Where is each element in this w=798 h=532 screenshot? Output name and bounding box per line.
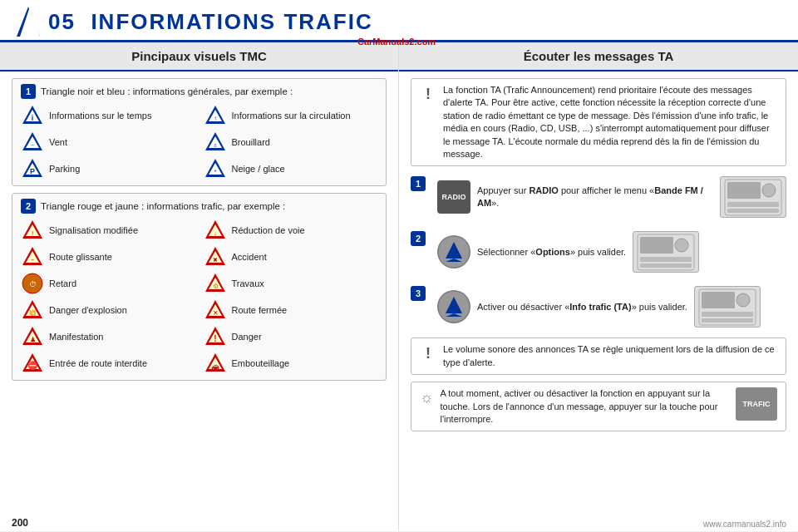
sign-label: Parking [49,164,80,174]
step-3-row: 3 Activer ou désactiver «Info trafi [411,283,786,331]
step-2-row: 2 Sélectionner «Options» puis valid [411,228,786,276]
svg-text:P: P [30,167,35,175]
sign-danger: ! Danger [204,325,378,348]
sign-icon-entree-interdite: ⛔ [21,352,44,375]
step-1-device [720,176,786,218]
sign-travaux: ⚙ Travaux [204,272,378,295]
sign-icon-info-circulation: ↑ [204,104,227,127]
main-content: Pincipaux visuels TMC 1 Triangle noir et… [0,42,798,531]
svg-text:⚙: ⚙ [212,283,218,290]
step-3-num: 3 [411,286,426,301]
step-3-text: Activer ou désactiver «Info trafic (TA)»… [477,301,687,313]
sign-label: Route fermée [232,305,288,315]
svg-text:💥: 💥 [28,308,37,317]
right-panel: Écouter les messages TA ! La fonction TA… [399,42,798,531]
step-1-text: Appuyer sur RADIO pour afficher le menu … [477,185,713,210]
svg-rect-70 [702,292,735,308]
sign-icon-parking: P [21,157,44,180]
sign-label: Accident [232,252,267,262]
step-1-row: 1 RADIO Appuyer sur RADIO pour afficher … [411,173,786,221]
sign-icon-danger: ! [204,325,227,348]
svg-text:↓: ↓ [214,230,217,236]
section-1-header: 1 Triangle noir et bleu : informations g… [21,84,377,99]
sign-label: Signalisation modifiée [49,225,138,235]
svg-text:↑: ↑ [214,115,217,122]
sign-vent: ~ Vent [21,131,195,154]
sign-danger-explosion: 💥 Danger d'explosion [21,298,195,322]
step-1-inner: RADIO Appuyer sur RADIO pour afficher le… [437,176,786,218]
section-1-box: 1 Triangle noir et bleu : informations g… [12,78,387,186]
sign-label: Informations sur le temps [49,111,152,121]
sign-reduction: ↓ Réduction de voie [204,219,378,242]
sign-label: Route glissante [49,252,112,262]
step-2-num: 2 [411,231,426,246]
page-title: 05 INFORMATIONS TRAFIC [48,9,373,35]
sign-icon-accident: ✖ [204,245,227,268]
arrow-up-icon [437,235,470,268]
sign-icon-vent: ~ [21,131,44,154]
alert-text-1: La fonction TA (Trafic Announcement) ren… [443,84,777,160]
svg-point-63 [675,239,688,252]
right-panel-content: ! La fonction TA (Trafic Announcement) r… [399,71,798,445]
svg-rect-73 [702,318,753,323]
sign-info-circulation: ↑ Informations sur la circulation [204,104,378,127]
step-2-section: 2 Sélectionner «Options» puis valid [411,228,786,276]
sign-icon-travaux: ⚙ [204,272,227,295]
watermark: CarManuals2.com [357,37,436,47]
sign-label: Réduction de voie [232,225,305,235]
svg-text:i: i [32,114,34,122]
sign-icon-route-fermee: ✕ [204,298,227,322]
svg-rect-65 [640,264,692,268]
svg-point-71 [736,293,750,307]
step-3-device [694,286,761,328]
sign-icon-manifestation: ♟ [21,325,44,348]
svg-text:⏱: ⏱ [29,280,37,288]
svg-text:🚗: 🚗 [211,362,219,370]
trafic-button-icon: TRAFIC [736,387,777,421]
sign-icon-reduction: ↓ [204,219,227,242]
svg-text:*: * [214,168,216,175]
sign-label: Informations sur la circulation [232,111,351,121]
sign-label: Danger d'explosion [49,305,127,315]
step-2-device [633,231,699,273]
sign-label: Manifestation [49,332,103,342]
arrow-up-icon-2 [437,290,470,323]
sign-icon-brouillard: ≡ [204,131,227,154]
sign-label: Vent [49,137,67,147]
sign-route-fermee: ✕ Route fermée [204,298,378,322]
sign-entree-interdite: ⛔ Entrée de route interdite [21,352,195,375]
svg-rect-57 [727,209,779,213]
step-1-section: 1 RADIO Appuyer sur RADIO pour afficher … [411,173,786,221]
step-3-section: 3 Activer ou désactiver «Info trafi [411,283,786,331]
svg-rect-54 [727,182,761,199]
sign-label: Travaux [232,278,264,288]
sign-icon-signalisation: ! [21,219,44,242]
left-panel-title: Pincipaux visuels TMC [0,42,398,71]
svg-rect-64 [640,257,692,262]
sign-icon-neige: * [204,157,227,180]
sign-label: Embouteillage [232,358,290,368]
sign-route-glissante: ~ Route glissante [21,245,195,268]
section-2-header: 2 Triangle rouge et jaune : informations… [21,199,377,214]
sign-label: Danger [232,332,262,342]
sign-icon-route-glissante: ~ [21,245,44,268]
step-3-inner: Activer ou désactiver «Info trafic (TA)»… [437,286,761,328]
device-image-2 [637,234,695,271]
sign-icon-info-temps: i [21,104,44,127]
svg-text:!: ! [32,229,33,237]
header-slash-icon [17,7,40,37]
sign-accident: ✖ Accident [204,245,378,268]
alert-box-2: ! Le volume sonore des annonces TA se rè… [411,337,786,375]
svg-text:~: ~ [31,257,34,263]
sign-parking: P Parking [21,157,195,180]
exclamation-icon-2: ! [420,343,436,364]
sign-icon-danger-explosion: 💥 [21,298,44,322]
alert-text-2: Le volume sonore des annonces TA se règl… [443,343,777,369]
sign-icon-embouteillage: 🚗 [204,352,227,375]
device-image-3 [698,288,756,326]
sun-icon: ☼ [420,387,434,408]
section-2-box: 2 Triangle rouge et jaune : informations… [12,193,387,381]
sign-brouillard: ≡ Brouillard [204,131,378,154]
svg-point-55 [762,184,776,197]
section-2-signs: ! Signalisation modifiée ↓ Réduction de … [21,219,377,375]
